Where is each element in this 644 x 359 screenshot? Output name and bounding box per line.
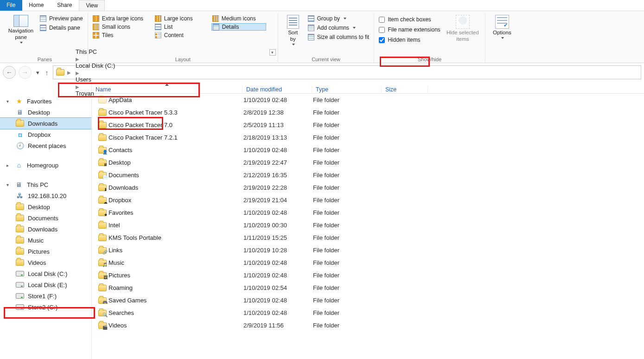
view-large-icons[interactable]: Large icons: [154, 15, 209, 22]
sort-by-label: Sort by: [288, 30, 298, 43]
file-row-cisco-packet-tracer-7-2-1[interactable]: Cisco Packet Tracer 7.2.12/18/2019 13:13…: [92, 131, 644, 144]
tab-home[interactable]: Home: [22, 0, 51, 11]
file-row-desktop[interactable]: 🖥Desktop2/19/2019 22:47File folder: [92, 156, 644, 169]
nav-item-store1-f-[interactable]: Store1 (F:): [0, 290, 91, 301]
column-header-type[interactable]: Type: [312, 86, 382, 93]
file-row-dropbox[interactable]: ☁Dropbox2/19/2019 21:04File folder: [92, 194, 644, 206]
file-row-roaming[interactable]: Roaming1/10/2019 02:54File folder: [92, 282, 644, 294]
folder-icon: ☁: [98, 197, 108, 204]
file-row-saved-games[interactable]: 🎮Saved Games1/10/2019 02:48File folder: [92, 294, 644, 307]
hidden-items-checkbox[interactable]: Hidden items: [378, 35, 441, 45]
layout-expand-button[interactable]: ▾: [269, 49, 276, 56]
preview-pane-label: Preview pane: [49, 15, 83, 22]
hidden-items-input[interactable]: [379, 37, 385, 43]
file-row-appdata[interactable]: AppData1/10/2019 02:48File folder: [92, 94, 644, 106]
file-row-pictures[interactable]: 🖼Pictures1/10/2019 02:48File folder: [92, 269, 644, 282]
view-medium-icons[interactable]: Medium icons: [211, 15, 266, 22]
item-check-boxes-checkbox[interactable]: Item check boxes: [378, 15, 441, 24]
nav-item-dropbox[interactable]: ⧈Dropbox: [0, 129, 91, 140]
nav-item-label: Local Disk (E:): [28, 282, 67, 288]
breadcrumb-local-disk-c-[interactable]: Local Disk (C:): [74, 62, 117, 69]
preview-pane-button[interactable]: Preview pane: [39, 15, 84, 22]
file-name-extensions-checkbox[interactable]: File name extensions: [378, 25, 441, 34]
view-content[interactable]: Content: [154, 32, 209, 39]
back-button[interactable]: ←: [3, 66, 16, 79]
breadcrumb-this-pc[interactable]: This PC: [74, 48, 117, 55]
nav-item-recent-places[interactable]: 🕘Recent places: [0, 140, 91, 151]
file-name-extensions-input[interactable]: [379, 27, 385, 33]
view-small-icons[interactable]: Small icons: [92, 23, 151, 31]
file-row-downloads[interactable]: ⬇Downloads2/19/2019 22:28File folder: [92, 181, 644, 194]
nav-favorites[interactable]: ▾ ★ Favorites: [0, 96, 91, 107]
chevron-down-icon: [292, 44, 295, 45]
sort-by-button[interactable]: Sort by: [282, 13, 304, 45]
nav-homegroup[interactable]: ▸ ⌂ Homegroup: [0, 160, 91, 171]
nav-item-desktop[interactable]: Desktop: [0, 201, 91, 212]
column-header-size[interactable]: Size: [382, 86, 428, 93]
view-extra-large-icons[interactable]: Extra large icons: [92, 15, 151, 22]
nav-item-videos[interactable]: Videos: [0, 257, 91, 268]
folder-icon: ★: [98, 210, 108, 216]
file-type: File folder: [313, 322, 383, 329]
column-header-name[interactable]: Name: [92, 86, 242, 93]
details-pane-button[interactable]: Details pane: [39, 24, 84, 32]
breadcrumb-users[interactable]: Users: [74, 76, 117, 83]
nav-item-label: Desktop: [28, 109, 50, 116]
forward-button[interactable]: →: [19, 66, 32, 79]
file-date: 2/19/2019 21:04: [243, 197, 313, 204]
file-type: File folder: [313, 247, 383, 254]
view-list[interactable]: List: [154, 23, 209, 31]
nav-item-downloads[interactable]: Downloads: [0, 118, 91, 129]
navigation-pane: ▾ ★ Favorites 🖥DesktopDownloads⧈Dropbox🕘…: [0, 82, 92, 359]
file-row-kms-tools-portable[interactable]: KMS Tools Portable1/11/2019 15:25File fo…: [92, 231, 644, 244]
file-row-videos[interactable]: 🎬Videos2/9/2019 11:56File folder: [92, 319, 644, 332]
address-bar[interactable]: ▶ This PC▶Local Disk (C:)▶Users▶Troyan: [53, 65, 641, 79]
hide-selected-items-button[interactable]: Hide selected items: [444, 13, 481, 43]
nav-this-pc[interactable]: ▾ 🖥 This PC: [0, 179, 91, 190]
group-by-button[interactable]: Group by: [307, 15, 370, 22]
nav-item-local-disk-c-[interactable]: Local Disk (C:): [0, 268, 91, 279]
column-header-date[interactable]: Date modified: [242, 86, 312, 93]
folder-icon: [16, 237, 24, 244]
file-row-searches[interactable]: 🔍Searches1/10/2019 02:48File folder: [92, 307, 644, 319]
file-row-music[interactable]: 🎵Music1/10/2019 02:48File folder: [92, 256, 644, 269]
file-row-cisco-packet-tracer-7-0[interactable]: Cisco Packet Tracer 7.02/5/2019 11:13Fil…: [92, 119, 644, 131]
nav-item-pictures[interactable]: Pictures: [0, 246, 91, 257]
ribbon-group-show-hide: Item check boxes File name extensions Hi…: [374, 13, 485, 63]
tab-view[interactable]: View: [79, 0, 105, 11]
nav-item-store2-g-[interactable]: Store2 (G:): [0, 301, 91, 313]
nav-item-192-168-10-20[interactable]: 🖧192.168.10.20: [0, 190, 91, 201]
folder-icon: [98, 285, 108, 291]
nav-item-local-disk-e-[interactable]: Local Disk (E:): [0, 279, 91, 290]
tab-share[interactable]: Share: [51, 0, 79, 11]
file-row-contacts[interactable]: 👤Contacts1/10/2019 02:48File folder: [92, 144, 644, 156]
chevron-down-icon: [353, 27, 356, 29]
options-button[interactable]: Options: [489, 13, 515, 39]
star-icon: ★: [15, 97, 23, 105]
folder-icon: 🎵: [98, 260, 108, 266]
file-row-intel[interactable]: Intel1/10/2019 00:30File folder: [92, 219, 644, 231]
chevron-down-icon: [344, 18, 346, 19]
file-row-cisco-packet-tracer-5-3-3[interactable]: Cisco Packet Tracer 5.3.32/8/2019 12:38F…: [92, 106, 644, 119]
nav-item-downloads[interactable]: Downloads: [0, 224, 91, 235]
view-tiles[interactable]: Tiles: [92, 32, 151, 39]
tab-file[interactable]: File: [0, 0, 22, 11]
crumb-sep-icon[interactable]: ▶: [74, 71, 81, 76]
view-details[interactable]: Details: [211, 23, 266, 31]
nav-item-documents[interactable]: Documents: [0, 212, 91, 224]
file-row-links[interactable]: 🔗Links1/10/2019 10:28File folder: [92, 244, 644, 256]
navigation-pane-button[interactable]: Navigation pane: [6, 13, 36, 44]
up-button[interactable]: ↑: [44, 69, 50, 77]
file-date: 1/11/2019 15:25: [243, 234, 313, 241]
recent-locations-button[interactable]: ▾: [34, 69, 41, 76]
nav-item-desktop[interactable]: 🖥Desktop: [0, 107, 91, 118]
file-row-favorites[interactable]: ★Favorites1/10/2019 02:48File folder: [92, 206, 644, 219]
crumb-sep-icon[interactable]: ▶: [65, 70, 73, 75]
crumb-sep-icon[interactable]: ▶: [74, 84, 81, 90]
crumb-sep-icon[interactable]: ▶: [74, 57, 81, 62]
size-all-columns-button[interactable]: Size all columns to fit: [307, 33, 370, 41]
nav-item-music[interactable]: Music: [0, 235, 91, 246]
file-row-documents[interactable]: 📄Documents2/12/2019 16:35File folder: [92, 169, 644, 181]
item-check-boxes-input[interactable]: [379, 17, 385, 23]
add-columns-button[interactable]: Add columns: [307, 24, 370, 32]
